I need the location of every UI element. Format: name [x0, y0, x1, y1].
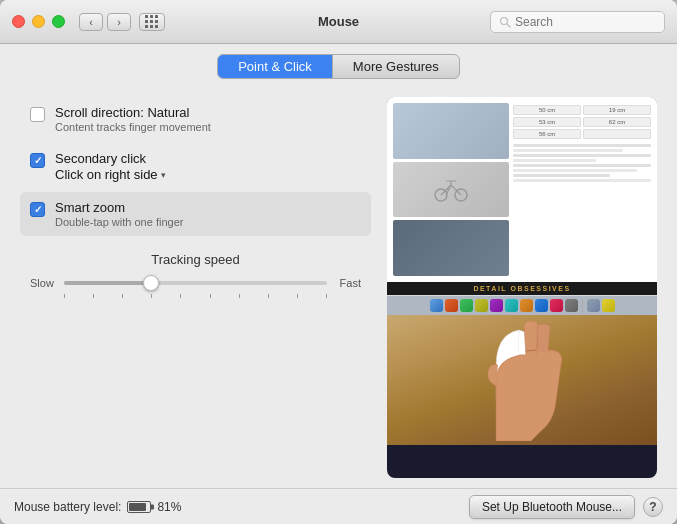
search-box[interactable]	[490, 11, 665, 33]
website-mock: 50 cm 19 cm 53 cm 62 cm 56 cm	[387, 97, 657, 295]
dock-icon-app8	[550, 299, 563, 312]
checkbox-checkmark: ✓	[34, 204, 42, 215]
website-body: 50 cm 19 cm 53 cm 62 cm 56 cm	[387, 97, 657, 282]
forward-button[interactable]: ›	[107, 13, 131, 31]
web-text-line	[513, 169, 637, 172]
web-text-line	[513, 149, 623, 152]
dock-icon-app6	[520, 299, 533, 312]
tracking-section: Tracking speed Slow Fast	[20, 252, 371, 298]
tick	[93, 294, 94, 298]
status-buttons: Set Up Bluetooth Mouse... ?	[469, 495, 663, 519]
tracking-slider-thumb[interactable]	[143, 275, 159, 291]
tabs-wrapper: Point & Click More Gestures	[217, 54, 460, 79]
dock-icon-app4	[490, 299, 503, 312]
slider-fast-label: Fast	[335, 277, 361, 289]
secondary-click-text: Secondary click Click on right side ▾	[55, 151, 361, 182]
tracking-label: Tracking speed	[30, 252, 361, 267]
tick	[122, 294, 123, 298]
web-image-1	[393, 103, 509, 159]
status-bar: Mouse battery level: 81% Set Up Bluetoot…	[0, 488, 677, 524]
left-panel: Scroll direction: Natural Content tracks…	[20, 97, 371, 478]
grid-view-button[interactable]	[139, 13, 165, 31]
hand-svg	[466, 321, 606, 441]
grid-icon	[145, 15, 159, 29]
titlebar: ✕ − + ‹ › Mouse	[0, 0, 677, 44]
dock-bar	[387, 295, 657, 315]
web-text-line	[513, 179, 651, 182]
tick	[180, 294, 181, 298]
help-button[interactable]: ?	[643, 497, 663, 517]
web-number-cell: 62 cm	[583, 117, 651, 127]
web-left-col	[393, 103, 509, 276]
search-icon	[499, 16, 511, 28]
secondary-click-subtitle: Click on right side ▾	[55, 167, 361, 182]
hand-illustration	[466, 321, 606, 445]
web-numbers-grid: 50 cm 19 cm 53 cm 62 cm 56 cm	[513, 105, 651, 139]
close-button[interactable]: ✕	[12, 15, 25, 28]
dock-icon-app9	[565, 299, 578, 312]
tick	[64, 294, 65, 298]
web-text-line	[513, 154, 651, 157]
secondary-click-row: ✓ Secondary click Click on right side ▾	[20, 143, 371, 190]
web-text-line	[513, 144, 651, 147]
battery-icon	[127, 501, 151, 513]
system-preferences-window: ✕ − + ‹ › Mouse Point & Click	[0, 0, 677, 524]
battery-label: Mouse battery level:	[14, 500, 121, 514]
smart-zoom-title: Smart zoom	[55, 200, 361, 215]
battery-section: Mouse battery level: 81%	[14, 500, 181, 514]
tabs-bar: Point & Click More Gestures	[0, 44, 677, 85]
back-button[interactable]: ‹	[79, 13, 103, 31]
scroll-direction-checkbox[interactable]	[30, 107, 45, 122]
web-number-cell: 50 cm	[513, 105, 581, 115]
dock-separator	[582, 299, 583, 313]
dock-icon-finder	[430, 299, 443, 312]
smart-zoom-subtitle: Double-tap with one finger	[55, 216, 361, 228]
svg-line-4	[441, 185, 451, 195]
tick	[239, 294, 240, 298]
web-number-cell: 53 cm	[513, 117, 581, 127]
smart-zoom-text: Smart zoom Double-tap with one finger	[55, 200, 361, 228]
secondary-click-checkbox[interactable]: ✓	[30, 153, 45, 168]
svg-line-5	[451, 185, 461, 195]
secondary-click-dropdown[interactable]: Click on right side ▾	[55, 167, 166, 182]
slider-slow-label: Slow	[30, 277, 56, 289]
bluetooth-setup-button[interactable]: Set Up Bluetooth Mouse...	[469, 495, 635, 519]
dock-icon-app11	[602, 299, 615, 312]
preview-panel: 50 cm 19 cm 53 cm 62 cm 56 cm	[387, 97, 657, 478]
svg-line-1	[507, 23, 510, 26]
web-number-cell: 56 cm	[513, 129, 581, 139]
preview-website: 50 cm 19 cm 53 cm 62 cm 56 cm	[387, 97, 657, 295]
detail-banner: DETAIL OBSESSIVES	[387, 282, 657, 295]
chevron-down-icon: ▾	[161, 170, 166, 180]
search-input[interactable]	[515, 15, 656, 29]
tab-more-gestures[interactable]: More Gestures	[333, 55, 459, 78]
web-image-3	[393, 220, 509, 276]
battery-fill	[129, 503, 145, 511]
battery-percent: 81%	[157, 500, 181, 514]
smart-zoom-row: ✓ Smart zoom Double-tap with one finger	[20, 192, 371, 236]
web-right-col: 50 cm 19 cm 53 cm 62 cm 56 cm	[513, 103, 651, 276]
slider-container: Slow Fast	[30, 277, 361, 289]
maximize-button[interactable]: +	[52, 15, 65, 28]
dock-icon-app2	[460, 299, 473, 312]
dock-icon-app7	[535, 299, 548, 312]
tick	[210, 294, 211, 298]
dock-icon-app1	[445, 299, 458, 312]
bike-icon	[431, 177, 471, 202]
slider-ticks-row	[30, 291, 361, 298]
tracking-slider-track	[64, 281, 327, 285]
dock-icon-app5	[505, 299, 518, 312]
checkbox-checkmark: ✓	[34, 155, 42, 166]
minimize-button[interactable]: −	[32, 15, 45, 28]
tab-point-click[interactable]: Point & Click	[218, 55, 333, 78]
tick	[268, 294, 269, 298]
dock-icon-app3	[475, 299, 488, 312]
scroll-direction-subtitle: Content tracks finger movement	[55, 121, 361, 133]
preview-bottom	[387, 315, 657, 445]
traffic-lights: ✕ − +	[12, 15, 65, 28]
scroll-direction-row: Scroll direction: Natural Content tracks…	[20, 97, 371, 141]
smart-zoom-checkbox[interactable]: ✓	[30, 202, 45, 217]
web-text-line	[513, 159, 596, 162]
web-image-2	[393, 162, 509, 218]
navigation-buttons: ‹ ›	[79, 13, 131, 31]
